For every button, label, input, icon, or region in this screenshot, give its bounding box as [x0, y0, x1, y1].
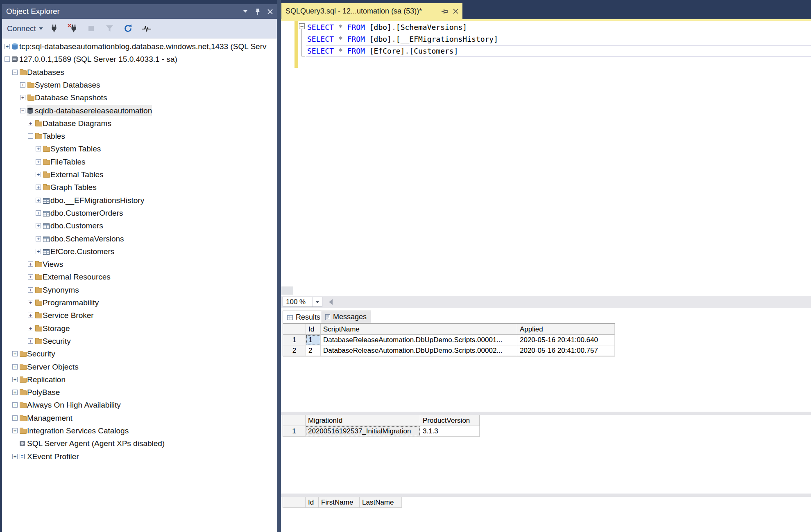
tree-item-synonyms[interactable]: +Synonyms	[2, 284, 277, 295]
tree-item-database-diagrams[interactable]: +Database Diagrams	[2, 118, 277, 129]
window-position-chevron-icon[interactable]	[240, 7, 251, 16]
editor-scrollbar-strip[interactable]: 100 %	[281, 296, 811, 308]
expand-icon[interactable]: +	[36, 236, 41, 241]
tab-close-icon[interactable]	[453, 9, 458, 14]
tree-item-integration-services-catalogs[interactable]: +Integration Services Catalogs	[2, 425, 277, 436]
row-number-cell[interactable]: 1	[283, 426, 306, 437]
tree-item-storage[interactable]: +Storage	[2, 323, 277, 334]
column-header-scriptname[interactable]: ScriptName	[321, 324, 517, 335]
tree-item-security[interactable]: +Security	[2, 336, 277, 347]
expand-icon[interactable]: +	[20, 95, 25, 100]
grid-cell[interactable]: 20200516192537_InitialMigration	[306, 426, 420, 437]
column-header-lastname[interactable]: LastName	[360, 497, 402, 508]
expand-icon[interactable]: +	[12, 390, 18, 395]
column-header-id[interactable]: Id	[306, 497, 319, 508]
expand-icon[interactable]: +	[28, 300, 33, 305]
tree-item-external-tables[interactable]: +External Tables	[2, 169, 277, 180]
expand-icon[interactable]: +	[36, 146, 41, 151]
tree-item-system-tables[interactable]: +System Tables	[2, 143, 277, 154]
tab-pin-icon[interactable]	[441, 9, 448, 14]
collapse-icon[interactable]: −	[20, 108, 25, 113]
expand-icon[interactable]: +	[36, 198, 41, 203]
expand-icon[interactable]: +	[28, 287, 33, 293]
grid-cell[interactable]: 2020-05-16 20:41:00.757	[517, 345, 615, 356]
column-header-applied[interactable]: Applied	[517, 324, 615, 335]
tree-item-xevent-profiler[interactable]: +XEvent Profiler	[2, 451, 277, 462]
grid-cell[interactable]: DatabaseReleaseAutomation.DbUpDemo.Scrip…	[321, 345, 517, 356]
tree-item-dbo-customerorders[interactable]: +dbo.CustomerOrders	[2, 207, 277, 219]
expand-icon[interactable]: +	[28, 313, 33, 318]
tree-item-service-broker[interactable]: +Service Broker	[2, 310, 277, 321]
panel-splitter[interactable]	[277, 0, 281, 532]
grid-cell[interactable]: 2	[306, 345, 321, 356]
row-number-header[interactable]	[283, 415, 306, 426]
expand-icon[interactable]: +	[12, 428, 18, 433]
expand-icon[interactable]: +	[12, 415, 18, 421]
tree-item-127-0-0-1-1589-sql-server-15-0-4033-1-sa[interactable]: −127.0.0.1,1589 (SQL Server 15.0.4033.1 …	[2, 54, 277, 65]
expand-icon[interactable]: +	[36, 249, 41, 254]
tree-item-always-on-high-availability[interactable]: +Always On High Availability	[2, 399, 277, 410]
row-number-header[interactable]	[283, 497, 306, 508]
tree-item-system-databases[interactable]: +System Databases	[2, 79, 277, 90]
grid-cell[interactable]: 2020-05-16 20:41:00.640	[517, 335, 615, 345]
row-number-cell[interactable]: 2	[283, 345, 306, 356]
expand-icon[interactable]: +	[28, 274, 33, 280]
tab-results[interactable]: Results	[283, 311, 325, 323]
expand-icon[interactable]: +	[12, 364, 18, 370]
zoom-dropdown-button[interactable]	[313, 297, 322, 307]
refresh-icon[interactable]	[123, 24, 134, 33]
collapse-icon[interactable]: −	[28, 133, 33, 139]
expand-icon[interactable]: +	[28, 326, 33, 331]
expand-icon[interactable]: +	[36, 185, 41, 190]
activity-monitor-icon[interactable]	[141, 24, 152, 33]
connect-button[interactable]: Connect	[7, 24, 43, 33]
row-number-cell[interactable]: 1	[283, 335, 306, 345]
tab-sqlquery3[interactable]: SQLQuery3.sql - 12...utomation (sa (53))…	[281, 3, 462, 19]
tree-item-graph-tables[interactable]: +Graph Tables	[2, 182, 277, 193]
close-icon[interactable]	[265, 7, 275, 16]
tree-item-database-snapshots[interactable]: +Database Snapshots	[2, 92, 277, 103]
expand-icon[interactable]: +	[28, 261, 33, 267]
tree-item-filetables[interactable]: +FileTables	[2, 156, 277, 167]
pin-icon[interactable]	[252, 7, 263, 16]
tree-item-tcp-sql-databaseautomationblog-database-[interactable]: +tcp:sql-databaseautomationblog.database…	[2, 41, 277, 52]
collapse-icon[interactable]: −	[5, 56, 10, 62]
expand-icon[interactable]: +	[12, 377, 18, 382]
expand-icon[interactable]: +	[12, 454, 18, 459]
scroll-left-icon[interactable]	[329, 299, 333, 305]
expand-icon[interactable]: +	[5, 44, 10, 49]
expand-icon[interactable]: +	[28, 338, 33, 344]
expand-icon[interactable]: +	[36, 159, 41, 165]
column-header-productversion[interactable]: ProductVersion	[420, 415, 480, 426]
tree-item-views[interactable]: +Views	[2, 259, 277, 270]
tree-item-dbo-customers[interactable]: +dbo.Customers	[2, 220, 277, 231]
expand-icon[interactable]: +	[12, 351, 18, 356]
grid-cell[interactable]: 3.1.3	[420, 426, 480, 437]
expand-icon[interactable]: +	[28, 121, 33, 126]
column-header-firstname[interactable]: FirstName	[319, 497, 360, 508]
tree-item-databases[interactable]: −Databases	[2, 67, 277, 78]
grid-cell[interactable]: 1	[306, 335, 321, 345]
tree-item-external-resources[interactable]: +External Resources	[2, 271, 277, 282]
tab-messages[interactable]: Messages	[321, 311, 371, 323]
expand-icon[interactable]: +	[12, 402, 18, 408]
grid-splitter-2[interactable]	[281, 494, 811, 497]
tree-item-dbo-efmigrationshistory[interactable]: +dbo.__EFMigrationsHistory	[2, 195, 277, 206]
zoom-level-select[interactable]: 100 %	[283, 297, 322, 307]
tree-item-tables[interactable]: −Tables	[2, 131, 277, 142]
tree-item-polybase[interactable]: +PolyBase	[2, 387, 277, 398]
expand-icon[interactable]: +	[36, 172, 41, 177]
sql-editor[interactable]: – SELECT * FROM [dbo].[SchemaVersions]SE…	[281, 21, 811, 296]
tree-item-efcore-customers[interactable]: +EfCore.Customers	[2, 246, 277, 257]
connect-object-icon[interactable]	[49, 24, 60, 33]
tree-item-security[interactable]: +Security	[2, 348, 277, 359]
expand-icon[interactable]: +	[36, 210, 41, 216]
tree-item-programmability[interactable]: +Programmability	[2, 297, 277, 308]
grid-cell[interactable]: DatabaseReleaseAutomation.DbUpDemo.Scrip…	[321, 335, 517, 345]
collapse-icon[interactable]: −	[12, 70, 18, 75]
row-number-header[interactable]	[283, 324, 306, 335]
grid-splitter-1[interactable]	[281, 412, 811, 415]
tree-item-server-objects[interactable]: +Server Objects	[2, 361, 277, 372]
outline-collapse-icon[interactable]: –	[299, 23, 305, 29]
tree-item-management[interactable]: +Management	[2, 413, 277, 424]
